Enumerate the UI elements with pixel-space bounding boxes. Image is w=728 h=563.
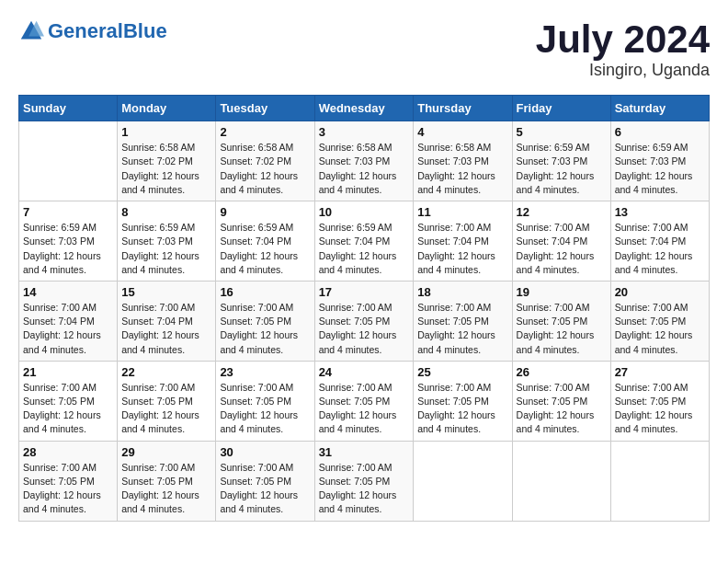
day-number: 4 — [417, 125, 507, 139]
calendar-cell: 17Sunrise: 7:00 AMSunset: 7:05 PMDayligh… — [314, 281, 414, 361]
calendar-table: SundayMondayTuesdayWednesdayThursdayFrid… — [18, 95, 710, 521]
day-info: Sunrise: 6:59 AMSunset: 7:03 PMDaylight:… — [121, 221, 211, 277]
calendar-cell: 12Sunrise: 7:00 AMSunset: 7:04 PMDayligh… — [512, 201, 610, 282]
day-number: 5 — [517, 125, 607, 139]
day-info: Sunrise: 6:58 AMSunset: 7:02 PMDaylight:… — [121, 141, 211, 197]
day-info: Sunrise: 7:00 AMSunset: 7:04 PMDaylight:… — [121, 301, 211, 357]
day-number: 3 — [319, 125, 410, 139]
title-block: July 2024 Isingiro, Uganda — [536, 18, 710, 80]
day-number: 14 — [23, 285, 113, 299]
calendar-cell: 24Sunrise: 7:00 AMSunset: 7:05 PMDayligh… — [314, 361, 414, 441]
day-number: 18 — [417, 285, 507, 299]
day-info: Sunrise: 7:00 AMSunset: 7:05 PMDaylight:… — [220, 461, 310, 517]
calendar-cell: 22Sunrise: 7:00 AMSunset: 7:05 PMDayligh… — [118, 361, 216, 441]
calendar-cell: 28Sunrise: 7:00 AMSunset: 7:05 PMDayligh… — [19, 441, 118, 521]
calendar-cell — [19, 121, 118, 201]
calendar-cell: 19Sunrise: 7:00 AMSunset: 7:05 PMDayligh… — [512, 281, 610, 361]
day-of-week-header: Sunday — [19, 96, 118, 121]
day-info: Sunrise: 7:00 AMSunset: 7:04 PMDaylight:… — [23, 301, 113, 357]
day-number: 30 — [220, 445, 310, 459]
calendar-week-row: 14Sunrise: 7:00 AMSunset: 7:04 PMDayligh… — [19, 281, 710, 361]
calendar-cell: 15Sunrise: 7:00 AMSunset: 7:04 PMDayligh… — [118, 281, 216, 361]
calendar-cell: 26Sunrise: 7:00 AMSunset: 7:05 PMDayligh… — [512, 361, 610, 441]
day-info: Sunrise: 7:00 AMSunset: 7:05 PMDaylight:… — [417, 381, 507, 437]
day-info: Sunrise: 7:00 AMSunset: 7:05 PMDaylight:… — [319, 301, 410, 357]
logo-icon — [18, 18, 44, 44]
calendar-cell: 27Sunrise: 7:00 AMSunset: 7:05 PMDayligh… — [610, 361, 709, 441]
day-number: 9 — [220, 205, 310, 219]
day-info: Sunrise: 6:59 AMSunset: 7:03 PMDaylight:… — [615, 141, 705, 197]
day-of-week-header: Thursday — [414, 96, 512, 121]
main-title: July 2024 — [536, 18, 710, 61]
day-info: Sunrise: 7:00 AMSunset: 7:05 PMDaylight:… — [417, 301, 507, 357]
day-info: Sunrise: 7:00 AMSunset: 7:05 PMDaylight:… — [220, 301, 310, 357]
day-number: 31 — [319, 445, 410, 459]
day-info: Sunrise: 6:59 AMSunset: 7:04 PMDaylight:… — [220, 221, 310, 277]
day-number: 11 — [417, 205, 507, 219]
day-number: 7 — [23, 205, 113, 219]
calendar-cell: 30Sunrise: 7:00 AMSunset: 7:05 PMDayligh… — [216, 441, 314, 521]
calendar-cell: 23Sunrise: 7:00 AMSunset: 7:05 PMDayligh… — [216, 361, 314, 441]
day-number: 10 — [319, 205, 410, 219]
calendar-cell: 11Sunrise: 7:00 AMSunset: 7:04 PMDayligh… — [414, 201, 512, 282]
day-info: Sunrise: 6:59 AMSunset: 7:03 PMDaylight:… — [517, 141, 607, 197]
calendar-cell: 25Sunrise: 7:00 AMSunset: 7:05 PMDayligh… — [414, 361, 512, 441]
day-number: 13 — [615, 205, 705, 219]
day-number: 20 — [615, 285, 705, 299]
logo-text: GeneralBlue — [48, 21, 167, 41]
day-info: Sunrise: 7:00 AMSunset: 7:05 PMDaylight:… — [615, 301, 705, 357]
calendar-week-row: 1Sunrise: 6:58 AMSunset: 7:02 PMDaylight… — [19, 121, 710, 201]
day-info: Sunrise: 7:00 AMSunset: 7:05 PMDaylight:… — [23, 461, 113, 517]
day-number: 24 — [319, 365, 410, 379]
day-of-week-header: Saturday — [610, 96, 709, 121]
calendar-header-row: SundayMondayTuesdayWednesdayThursdayFrid… — [19, 96, 710, 121]
day-info: Sunrise: 7:00 AMSunset: 7:05 PMDaylight:… — [319, 381, 410, 437]
day-of-week-header: Wednesday — [314, 96, 414, 121]
logo: GeneralBlue — [18, 18, 167, 44]
day-number: 17 — [319, 285, 410, 299]
calendar-cell: 3Sunrise: 6:58 AMSunset: 7:03 PMDaylight… — [314, 121, 414, 201]
calendar-cell: 2Sunrise: 6:58 AMSunset: 7:02 PMDaylight… — [216, 121, 314, 201]
calendar-cell: 10Sunrise: 6:59 AMSunset: 7:04 PMDayligh… — [314, 201, 414, 282]
calendar-week-row: 7Sunrise: 6:59 AMSunset: 7:03 PMDaylight… — [19, 201, 710, 282]
day-info: Sunrise: 7:00 AMSunset: 7:04 PMDaylight:… — [517, 221, 607, 277]
day-number: 6 — [615, 125, 705, 139]
day-info: Sunrise: 7:00 AMSunset: 7:05 PMDaylight:… — [220, 381, 310, 437]
day-number: 27 — [615, 365, 705, 379]
day-number: 26 — [517, 365, 607, 379]
calendar-cell: 9Sunrise: 6:59 AMSunset: 7:04 PMDaylight… — [216, 201, 314, 282]
day-info: Sunrise: 7:00 AMSunset: 7:05 PMDaylight:… — [615, 381, 705, 437]
day-number: 28 — [23, 445, 113, 459]
calendar-cell — [414, 441, 512, 521]
calendar-cell: 4Sunrise: 6:58 AMSunset: 7:03 PMDaylight… — [414, 121, 512, 201]
calendar-cell: 16Sunrise: 7:00 AMSunset: 7:05 PMDayligh… — [216, 281, 314, 361]
calendar-cell: 18Sunrise: 7:00 AMSunset: 7:05 PMDayligh… — [414, 281, 512, 361]
calendar-cell: 14Sunrise: 7:00 AMSunset: 7:04 PMDayligh… — [19, 281, 118, 361]
day-of-week-header: Tuesday — [216, 96, 314, 121]
calendar-cell: 21Sunrise: 7:00 AMSunset: 7:05 PMDayligh… — [19, 361, 118, 441]
day-number: 16 — [220, 285, 310, 299]
day-number: 21 — [23, 365, 113, 379]
calendar-cell: 1Sunrise: 6:58 AMSunset: 7:02 PMDaylight… — [118, 121, 216, 201]
day-info: Sunrise: 6:59 AMSunset: 7:03 PMDaylight:… — [23, 221, 113, 277]
day-info: Sunrise: 7:00 AMSunset: 7:05 PMDaylight:… — [517, 301, 607, 357]
calendar-cell: 31Sunrise: 7:00 AMSunset: 7:05 PMDayligh… — [314, 441, 414, 521]
day-info: Sunrise: 6:58 AMSunset: 7:02 PMDaylight:… — [220, 141, 310, 197]
subtitle: Isingiro, Uganda — [536, 61, 710, 80]
day-number: 2 — [220, 125, 310, 139]
day-number: 8 — [121, 205, 211, 219]
day-of-week-header: Friday — [512, 96, 610, 121]
day-info: Sunrise: 7:00 AMSunset: 7:05 PMDaylight:… — [517, 381, 607, 437]
day-number: 22 — [121, 365, 211, 379]
day-info: Sunrise: 7:00 AMSunset: 7:05 PMDaylight:… — [121, 461, 211, 517]
day-number: 15 — [121, 285, 211, 299]
calendar-cell: 7Sunrise: 6:59 AMSunset: 7:03 PMDaylight… — [19, 201, 118, 282]
day-number: 1 — [121, 125, 211, 139]
day-info: Sunrise: 6:59 AMSunset: 7:04 PMDaylight:… — [319, 221, 410, 277]
day-of-week-header: Monday — [118, 96, 216, 121]
day-number: 29 — [121, 445, 211, 459]
page-header: GeneralBlue July 2024 Isingiro, Uganda — [18, 18, 710, 80]
day-info: Sunrise: 7:00 AMSunset: 7:04 PMDaylight:… — [615, 221, 705, 277]
day-number: 19 — [517, 285, 607, 299]
day-info: Sunrise: 6:58 AMSunset: 7:03 PMDaylight:… — [417, 141, 507, 197]
